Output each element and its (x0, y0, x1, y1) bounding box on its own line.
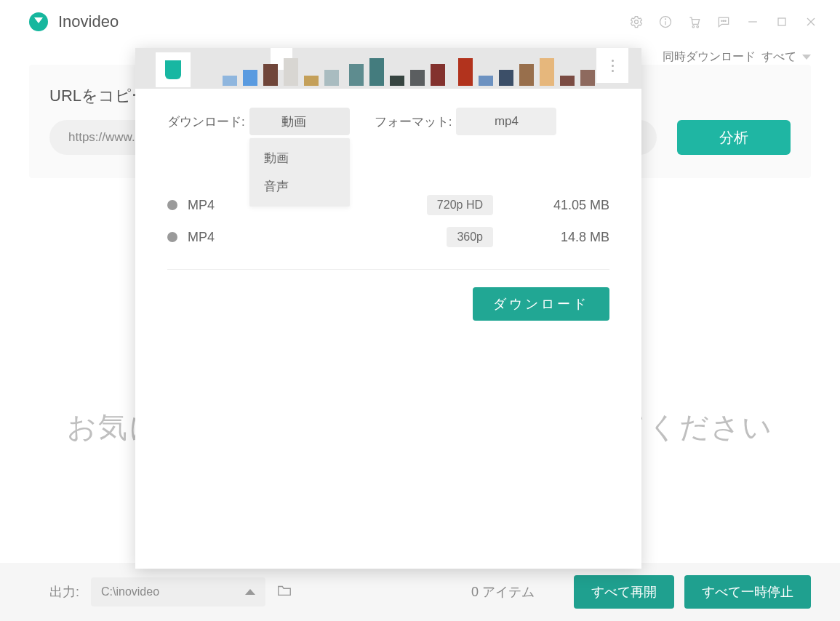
thumb-pixel (479, 76, 493, 86)
thumb-pixel (304, 76, 319, 86)
minimize-icon[interactable] (738, 7, 767, 36)
thumb-pixel (499, 70, 513, 86)
video-thumb-icon (156, 52, 191, 87)
download-type-value: 動画 (281, 113, 306, 130)
download-button[interactable]: ダウンロード (473, 287, 609, 321)
concurrent-value: すべて (761, 49, 796, 65)
radio-icon[interactable] (167, 200, 177, 210)
thumb-pixel (410, 70, 425, 86)
download-type-row: ダウンロード: 動画 動画 音声 フォーマット: mp4 (167, 108, 609, 135)
format-row[interactable]: MP4 360p 14.8 MB (167, 221, 609, 253)
chat-icon[interactable] (709, 7, 738, 36)
bottom-bar: 出力: C:\inovideo 0 アイテム すべて再開 すべて一時停止 (0, 563, 840, 621)
svg-point-6 (721, 20, 722, 21)
svg-point-3 (665, 19, 666, 20)
app-logo-icon (29, 12, 48, 31)
app-name: Inovideo (58, 12, 119, 31)
download-type-select[interactable]: 動画 動画 音声 (249, 108, 350, 135)
title-bar: Inovideo (0, 0, 840, 44)
thumb-pixel (369, 58, 384, 86)
thumb-pixel (580, 70, 595, 86)
pause-all-button[interactable]: すべて一時停止 (684, 575, 811, 609)
download-type-option[interactable]: 動画 (249, 144, 350, 172)
analyze-button[interactable]: 分析 (677, 120, 791, 155)
download-type-option[interactable]: 音声 (249, 172, 350, 201)
format-select[interactable]: mp4 (456, 108, 556, 135)
svg-point-8 (725, 20, 726, 21)
thumb-pixel (243, 70, 257, 86)
format-quality: 360p (447, 227, 493, 247)
output-path: C:\inovideo (101, 585, 159, 598)
thumb-pixel (390, 76, 404, 86)
dialog-thumb-row (135, 48, 641, 89)
chevron-down-icon (802, 55, 811, 60)
thumb-pixel (540, 58, 554, 86)
download-type-label: ダウンロード: (167, 113, 245, 130)
concurrent-label: 同時ダウンロード (663, 49, 756, 65)
resume-all-button[interactable]: すべて再開 (574, 575, 674, 609)
svg-rect-10 (778, 18, 785, 25)
concurrent-select[interactable]: すべて (761, 49, 811, 65)
divider (167, 269, 609, 270)
format-size: 41.05 MB (537, 198, 609, 213)
format-list: MP4 720p HD 41.05 MB MP4 360p 14.8 MB (167, 189, 609, 253)
format-label: フォーマット: (375, 113, 452, 130)
thumb-pixel (324, 70, 339, 86)
item-count: 0 アイテム (471, 583, 535, 601)
svg-point-0 (635, 20, 639, 24)
svg-point-7 (723, 20, 724, 21)
cart-icon[interactable] (680, 7, 709, 36)
thumb-pixel (560, 76, 575, 86)
info-icon[interactable] (651, 7, 680, 36)
download-type-dropdown: 動画 音声 (249, 138, 350, 207)
more-icon[interactable] (596, 48, 628, 83)
radio-icon[interactable] (167, 232, 177, 242)
format-quality: 720p HD (427, 195, 493, 215)
format-dialog: ダウンロード: 動画 動画 音声 フォーマット: mp4 MP4 720p HD… (135, 48, 641, 569)
svg-point-5 (697, 25, 699, 27)
chevron-up-icon (245, 589, 255, 595)
thumb-pixel (284, 58, 298, 86)
thumb-pixel (263, 64, 278, 86)
thumb-pixel (458, 58, 473, 86)
output-label: 出力: (49, 583, 79, 601)
settings-icon[interactable] (622, 7, 651, 36)
format-value: mp4 (495, 114, 519, 129)
maximize-icon[interactable] (767, 7, 796, 36)
format-codec: MP4 (188, 230, 260, 245)
thumb-pixel (431, 64, 445, 86)
thumb-pixel (519, 64, 534, 86)
thumb-pixel (349, 64, 364, 86)
close-icon[interactable] (796, 7, 825, 36)
open-folder-icon[interactable] (276, 582, 293, 601)
thumb-pixel (223, 76, 237, 86)
output-path-select[interactable]: C:\inovideo (91, 577, 265, 606)
format-size: 14.8 MB (537, 230, 609, 245)
svg-point-4 (692, 25, 695, 27)
format-row[interactable]: MP4 720p HD 41.05 MB (167, 189, 609, 221)
